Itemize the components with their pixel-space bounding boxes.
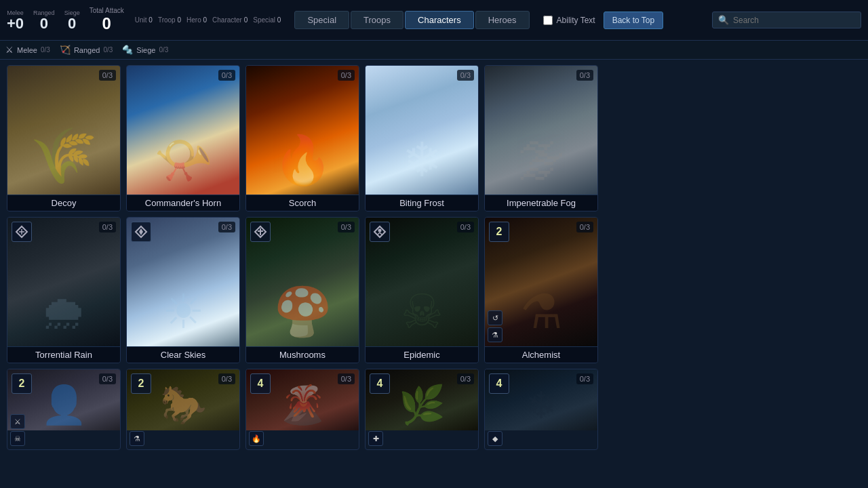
skull-sm-icon: ☠ bbox=[10, 431, 25, 446]
card-torrential-rain-name: Torrential Rain bbox=[7, 346, 120, 363]
card-decoy-image: 🌾 bbox=[7, 66, 120, 195]
card-biting-frost-name: Biting Frost bbox=[366, 195, 478, 211]
search-box: 🔍 bbox=[712, 12, 861, 28]
hero-stat: Hero 0 bbox=[186, 16, 207, 24]
special-stat: Special 0 bbox=[253, 16, 281, 24]
svg-marker-4 bbox=[139, 228, 143, 235]
card-mushrooms[interactable]: 🍄 Mushrooms 0/3 bbox=[245, 217, 359, 363]
card-mushrooms-count: 0/3 bbox=[338, 222, 355, 232]
r3-ability-icons: 🔥 bbox=[249, 431, 264, 446]
flame-sm-icon: 🔥 bbox=[249, 431, 264, 446]
cycle-icon: ↺ bbox=[488, 310, 502, 325]
shield-sm-icon: ⚗ bbox=[130, 431, 144, 446]
card-decoy-count: 0/3 bbox=[99, 70, 116, 81]
card-alchemist-badge: 2 bbox=[489, 222, 509, 242]
card-alchemist[interactable]: ⚗ Alchemist 2 0/3 ↺ ⚗ bbox=[484, 217, 598, 363]
stats-group: Melee +0 Ranged 0 Siege 0 Total Attack 0 bbox=[7, 7, 127, 33]
card-impenetrable-fog-count: 0/3 bbox=[576, 70, 593, 81]
ranged-row-label: Ranged bbox=[74, 46, 100, 54]
card-r5[interactable]: ❄ 4 0/3 ◆ bbox=[484, 369, 598, 450]
card-biting-frost-image: ❄ bbox=[366, 66, 478, 195]
card-clear-skies-badge bbox=[131, 222, 151, 242]
sub-stats: Unit 0 Troop 0 Hero 0 Character 0 Specia… bbox=[135, 16, 281, 24]
card-r4-count: 0/3 bbox=[457, 373, 474, 384]
total-attack-label: Total Attack bbox=[90, 7, 124, 14]
ability-text-checkbox[interactable] bbox=[543, 16, 553, 25]
siege-row-header: 🔩 Siege 0/3 bbox=[122, 45, 168, 55]
alchemist-ability-icons: ↺ ⚗ bbox=[488, 310, 502, 342]
ranged-row-count: 0/3 bbox=[103, 46, 113, 54]
card-commanders-horn-name: Commander's Horn bbox=[127, 195, 239, 211]
card-epidemic-name: Epidemic bbox=[366, 346, 478, 363]
card-torrential-rain[interactable]: 🌧 Torrential Rain 0/3 bbox=[7, 217, 121, 363]
card-r4-badge: 4 bbox=[370, 373, 390, 394]
ranged-row-header: 🏹 Ranged 0/3 bbox=[60, 45, 113, 55]
card-decoy[interactable]: 🌾 Decoy 0/3 bbox=[7, 65, 121, 211]
melee-row-header: ⚔ Melee 0/3 bbox=[5, 45, 50, 55]
tab-special[interactable]: Special bbox=[294, 11, 349, 29]
cards-row-1: 🌾 Decoy 0/3 📯 Commander's Horn 0/3 🔥 Sco… bbox=[7, 65, 861, 211]
ranged-stat: Ranged 0 bbox=[33, 9, 55, 31]
search-input[interactable] bbox=[733, 16, 855, 25]
cards-row-3: 👤 2 0/3 ⚔ ☠ 🐎 2 0/3 ⚗ 🌋 4 bbox=[7, 369, 861, 450]
card-r2-count: 0/3 bbox=[218, 373, 235, 384]
troop-stat: Troop 0 bbox=[158, 16, 181, 24]
character-stat: Character 0 bbox=[212, 16, 248, 24]
ability-text-group: Ability Text bbox=[543, 16, 595, 25]
r1-ability-icons: ⚔ ☠ bbox=[10, 414, 25, 446]
melee-row-count: 0/3 bbox=[41, 46, 50, 54]
card-r5-badge: 4 bbox=[489, 373, 509, 394]
card-biting-frost-count: 0/3 bbox=[457, 70, 474, 81]
card-impenetrable-fog-image: 🌫 bbox=[485, 66, 597, 195]
cross-sm-icon: ✚ bbox=[368, 431, 383, 446]
tab-characters[interactable]: Characters bbox=[405, 11, 474, 29]
siege-row-label: Siege bbox=[136, 46, 155, 54]
tab-troops[interactable]: Troops bbox=[351, 11, 403, 29]
card-r3[interactable]: 🌋 4 0/3 🔥 bbox=[245, 369, 359, 450]
card-torrential-rain-badge bbox=[12, 222, 32, 242]
card-r2[interactable]: 🐎 2 0/3 ⚗ bbox=[126, 369, 240, 450]
card-scorch[interactable]: 🔥 Scorch 0/3 bbox=[245, 65, 359, 211]
card-r1-badge: 2 bbox=[12, 373, 32, 394]
card-r3-badge: 4 bbox=[250, 373, 271, 394]
cards-row-2: 🌧 Torrential Rain 0/3 ☀ Clear Skies 0/3 … bbox=[7, 217, 861, 363]
card-decoy-name: Decoy bbox=[7, 195, 120, 211]
back-to-top-button[interactable]: Back to Top bbox=[604, 12, 663, 29]
sword-icon: ⚔ bbox=[5, 45, 14, 55]
melee-value: +0 bbox=[7, 16, 24, 31]
card-clear-skies[interactable]: ☀ Clear Skies 0/3 bbox=[126, 217, 240, 363]
card-epidemic-count: 0/3 bbox=[457, 222, 474, 232]
card-r1[interactable]: 👤 2 0/3 ⚔ ☠ bbox=[7, 369, 121, 450]
r2-ability-icons: ⚗ bbox=[130, 431, 144, 446]
card-r2-badge: 2 bbox=[131, 373, 151, 394]
melee-stat: Melee +0 bbox=[7, 9, 24, 31]
card-impenetrable-fog[interactable]: 🌫 Impenetrable Fog 0/3 bbox=[484, 65, 598, 211]
card-clear-skies-count: 0/3 bbox=[218, 222, 235, 232]
siege-value: 0 bbox=[68, 16, 76, 31]
card-mushrooms-name: Mushrooms bbox=[246, 346, 359, 363]
diamond-sm-icon: ◆ bbox=[488, 431, 502, 446]
search-icon: 🔍 bbox=[718, 15, 729, 25]
tab-heroes[interactable]: Heroes bbox=[475, 11, 530, 29]
card-scorch-image: 🔥 bbox=[246, 66, 359, 195]
melee-row-label: Melee bbox=[17, 46, 37, 54]
card-commanders-horn-image: 📯 bbox=[127, 66, 239, 195]
top-bar: Melee +0 Ranged 0 Siege 0 Total Attack 0… bbox=[0, 0, 868, 41]
card-biting-frost[interactable]: ❄ Biting Frost 0/3 bbox=[365, 65, 479, 211]
svg-point-9 bbox=[378, 229, 382, 232]
svg-line-11 bbox=[380, 232, 382, 235]
siege-stat: Siege 0 bbox=[64, 9, 80, 31]
card-alchemist-count: 0/3 bbox=[576, 222, 593, 232]
card-scorch-count: 0/3 bbox=[338, 70, 355, 81]
sword-sm-icon: ⚔ bbox=[10, 414, 25, 429]
potion-icon: ⚗ bbox=[488, 327, 502, 342]
card-mushrooms-badge bbox=[250, 222, 271, 242]
card-r4[interactable]: 🌿 4 0/3 ✚ bbox=[365, 369, 479, 450]
ranged-value: 0 bbox=[40, 16, 48, 31]
card-impenetrable-fog-name: Impenetrable Fog bbox=[485, 195, 597, 211]
card-commanders-horn[interactable]: 📯 Commander's Horn 0/3 bbox=[126, 65, 240, 211]
card-epidemic[interactable]: ☠ Epidemic 0/3 bbox=[365, 217, 479, 363]
siege-row-count: 0/3 bbox=[159, 46, 168, 54]
card-r1-count: 0/3 bbox=[99, 373, 116, 384]
card-commanders-horn-count: 0/3 bbox=[218, 70, 235, 81]
